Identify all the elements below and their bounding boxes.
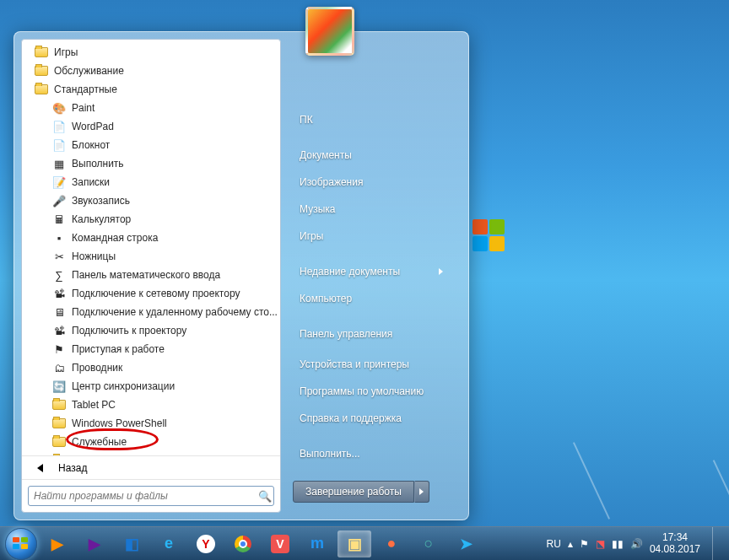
right-pane-item[interactable]: Выполнить... bbox=[293, 440, 450, 467]
program-item[interactable]: 📄Блокнот bbox=[22, 136, 280, 154]
taskbar-yandex[interactable]: Y bbox=[189, 530, 223, 557]
taskbar-vivaldi[interactable]: V bbox=[263, 530, 297, 557]
program-item[interactable]: 🔄Центр синхронизации bbox=[22, 377, 280, 396]
tray-shield-icon[interactable]: ⬔ bbox=[596, 538, 605, 550]
taskbar-app-circle[interactable]: ○ bbox=[412, 530, 446, 557]
start-menu-left-pane: ИгрыОбслуживаниеСтандартные🎨Paint📄WordPa… bbox=[21, 39, 281, 513]
right-pane-item[interactable]: Игры bbox=[293, 223, 450, 250]
program-item[interactable]: Tablet PC bbox=[22, 396, 280, 414]
back-label: Назад bbox=[58, 462, 87, 474]
back-button[interactable]: Назад bbox=[22, 455, 280, 479]
program-item[interactable]: 🖥Подключение к удаленному рабочему сто..… bbox=[22, 303, 280, 321]
taskbar-chrome[interactable] bbox=[226, 530, 260, 557]
program-item[interactable]: 🖩Калькулятор bbox=[22, 210, 280, 229]
proj-icon: 📽 bbox=[51, 323, 67, 338]
mic-icon: 🎤 bbox=[51, 193, 67, 208]
right-pane-label: Справка и поддержка bbox=[300, 412, 402, 424]
program-item[interactable]: 📄WordPad bbox=[22, 117, 280, 136]
taskbar-telegram[interactable]: ➤ bbox=[449, 530, 483, 557]
run-icon: ▦ bbox=[51, 156, 67, 171]
right-pane-label: Игры bbox=[300, 230, 323, 242]
getstart-icon: ⚑ bbox=[51, 342, 67, 357]
folder-icon bbox=[34, 63, 49, 78]
program-label: Стандартные bbox=[54, 83, 117, 95]
program-item[interactable]: ▪Командная строка bbox=[22, 229, 280, 247]
taskbar-app-generic[interactable]: ◧ bbox=[115, 530, 148, 557]
taskbar-firefox[interactable]: ● bbox=[375, 530, 408, 557]
chevron-right-icon bbox=[439, 268, 443, 275]
right-pane-item[interactable]: Устройства и принтеры bbox=[293, 351, 450, 378]
program-label: Обслуживание bbox=[54, 65, 124, 77]
chrome-icon bbox=[235, 536, 251, 552]
right-pane-item[interactable]: Документы bbox=[293, 142, 450, 169]
programs-list[interactable]: ИгрыОбслуживаниеСтандартные🎨Paint📄WordPa… bbox=[22, 40, 280, 455]
calc-icon: 🖩 bbox=[51, 212, 67, 227]
right-pane-item[interactable]: Компьютер bbox=[293, 285, 450, 312]
program-item[interactable]: Игры bbox=[22, 43, 280, 62]
search-input[interactable] bbox=[29, 490, 256, 502]
right-pane-item[interactable]: Музыка bbox=[293, 196, 450, 223]
right-pane-label: ПК bbox=[300, 114, 313, 126]
program-label: Звукозапись bbox=[72, 195, 130, 207]
program-item[interactable]: 🎤Звукозапись bbox=[22, 191, 280, 210]
right-pane-item[interactable]: Изображения bbox=[293, 169, 450, 196]
right-pane-label: Музыка bbox=[300, 203, 335, 215]
tray-network-icon[interactable]: ▮▮ bbox=[612, 538, 624, 550]
right-pane-item[interactable]: Справка и поддержка bbox=[293, 405, 450, 432]
explorer-icon: 🗂 bbox=[51, 360, 67, 375]
tray-clock[interactable]: 17:34 04.08.2017 bbox=[650, 532, 700, 556]
shutdown-options-button[interactable] bbox=[414, 481, 429, 503]
right-pane-label: Панель управления bbox=[300, 328, 392, 340]
program-item[interactable]: ✂Ножницы bbox=[22, 247, 280, 266]
right-pane-item[interactable]: Программы по умолчанию bbox=[293, 378, 450, 405]
taskbar-media-player[interactable]: ▶ bbox=[40, 530, 74, 557]
program-label: Командная строка bbox=[72, 232, 158, 244]
program-label: Windows PowerShell bbox=[72, 417, 167, 429]
start-button[interactable] bbox=[5, 528, 37, 560]
folder-icon bbox=[34, 82, 49, 97]
taskbar-ie[interactable]: e bbox=[152, 530, 186, 557]
program-label: Блокнот bbox=[72, 139, 110, 151]
right-pane-label: Выполнить... bbox=[300, 448, 360, 460]
right-pane-label: Недавние документы bbox=[300, 266, 400, 277]
right-pane-label: Документы bbox=[300, 149, 352, 161]
explorer-icon: ▣ bbox=[348, 535, 362, 553]
taskbar-play-app[interactable]: ▶ bbox=[78, 530, 111, 557]
taskbar: ▶▶◧eYVm▣●○➤ RU ▴ ⚑ ⬔ ▮▮ 🔊 17:34 04.08.20… bbox=[0, 526, 729, 560]
program-label: Проводник bbox=[72, 362, 122, 374]
tray-speaker-icon[interactable]: 🔊 bbox=[630, 538, 643, 550]
program-item[interactable]: Windows PowerShell bbox=[22, 414, 280, 433]
program-item[interactable]: ∑Панель математического ввода bbox=[22, 266, 280, 284]
windows-logo-bg bbox=[472, 219, 506, 253]
search-icon: 🔍 bbox=[256, 490, 273, 503]
program-item[interactable]: Служебные bbox=[22, 433, 280, 451]
user-picture[interactable] bbox=[305, 7, 354, 56]
program-item[interactable]: Стандартные bbox=[22, 80, 280, 99]
program-item[interactable]: 📝Записки bbox=[22, 173, 280, 191]
program-item[interactable]: Обслуживание bbox=[22, 62, 280, 80]
tray-lang[interactable]: RU bbox=[547, 538, 561, 550]
right-pane-item[interactable]: ПК bbox=[293, 106, 450, 133]
taskbar-maxthon[interactable]: m bbox=[300, 530, 334, 557]
shutdown-button[interactable]: Завершение работы bbox=[293, 481, 414, 503]
folder-icon bbox=[51, 453, 67, 455]
program-item[interactable]: 📽Подключить к проектору bbox=[22, 321, 280, 340]
cmd-icon: ▪ bbox=[51, 230, 67, 245]
taskbar-explorer[interactable]: ▣ bbox=[338, 530, 371, 557]
tray-up-icon[interactable]: ▴ bbox=[568, 538, 573, 550]
shutdown-row: Завершение работы bbox=[293, 481, 450, 503]
right-pane-label: Устройства и принтеры bbox=[300, 358, 409, 370]
program-item[interactable]: 🎨Paint bbox=[22, 99, 280, 117]
right-pane-item[interactable]: Недавние документы bbox=[293, 258, 450, 285]
program-label: Центр синхронизации bbox=[72, 380, 175, 392]
program-item[interactable]: ▦Выполнить bbox=[22, 154, 280, 173]
program-item[interactable]: ⚑Приступая к работе bbox=[22, 340, 280, 358]
telegram-icon: ➤ bbox=[460, 535, 472, 553]
show-desktop-button[interactable] bbox=[712, 527, 721, 561]
program-item[interactable]: Специальные возможности bbox=[22, 451, 280, 455]
right-pane-item[interactable]: Панель управления bbox=[293, 320, 450, 347]
tray-flag-icon[interactable]: ⚑ bbox=[580, 538, 589, 550]
program-item[interactable]: 📽Подключение к сетевому проектору bbox=[22, 284, 280, 303]
program-item[interactable]: 🗂Проводник bbox=[22, 358, 280, 377]
search-box[interactable]: 🔍 bbox=[28, 486, 274, 506]
